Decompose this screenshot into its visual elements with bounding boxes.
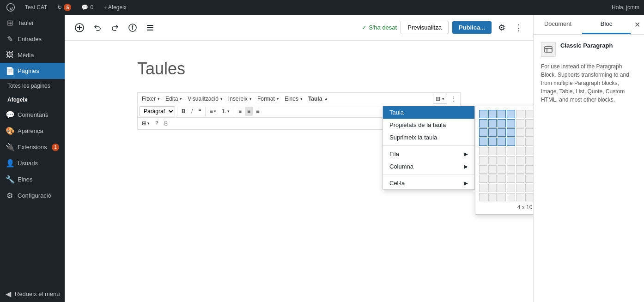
grid-cell[interactable] (507, 175, 515, 183)
grid-cell[interactable] (525, 156, 533, 164)
sidebar-item-users[interactable]: 👤 Usuaris (0, 155, 65, 171)
menu-eines[interactable]: Eines▾ (282, 94, 305, 103)
grid-cell[interactable] (498, 156, 506, 164)
sidebar-item-add-page[interactable]: Afegeix (0, 93, 65, 107)
new-item[interactable]: + Afegeix (102, 0, 128, 15)
menu-format[interactable]: Format▾ (255, 94, 281, 103)
wp-logo[interactable] (5, 0, 17, 15)
grid-cell[interactable] (498, 184, 506, 192)
grid-cell[interactable] (525, 128, 533, 137)
grid-cell[interactable] (488, 147, 497, 155)
grid-cell[interactable] (479, 138, 487, 146)
grid-cell[interactable] (516, 119, 524, 127)
grid-cell[interactable] (507, 110, 515, 118)
grid-cell[interactable] (525, 147, 533, 155)
menu-visualitzacio[interactable]: Visualització▾ (185, 94, 225, 103)
grid-cell[interactable] (479, 193, 487, 201)
grid-cell[interactable] (479, 156, 487, 164)
italic-button[interactable]: I (189, 107, 195, 116)
grid-cell[interactable] (507, 184, 515, 192)
grid-cell[interactable] (498, 110, 506, 118)
sidebar-item-media[interactable]: 🖼 Mèdia (0, 47, 65, 63)
table-picker-btn[interactable]: ⊞▾ (433, 94, 447, 104)
preview-button[interactable]: Previsualitza (401, 21, 449, 34)
grid-cell[interactable] (507, 156, 515, 164)
paragraph-select[interactable]: Paràgraf (140, 106, 175, 116)
grid-cell[interactable] (516, 110, 524, 118)
grid-cell[interactable] (525, 193, 533, 201)
dropdown-suprimeix[interactable]: Suprimeix la taula (383, 131, 474, 144)
sidebar-item-comments[interactable]: 💬 Comentaris (0, 107, 65, 123)
classic-more-btn[interactable]: ⋮ (448, 94, 458, 103)
grid-cell[interactable] (516, 147, 524, 155)
sidebar-item-tools[interactable]: 🔧 Eines (0, 171, 65, 187)
grid-cell[interactable] (516, 184, 524, 192)
grid-cell[interactable] (488, 138, 497, 146)
grid-cell[interactable] (488, 165, 497, 174)
sidebar-item-entries[interactable]: ✎ Entrades (0, 31, 65, 47)
sidebar-item-collapse[interactable]: ◀ Redueix el menú (0, 286, 65, 302)
grid-cell[interactable] (488, 119, 497, 127)
grid-cell[interactable] (479, 175, 487, 183)
grid-cell[interactable] (479, 128, 487, 137)
grid-cell[interactable] (516, 165, 524, 174)
grid-cell[interactable] (525, 175, 533, 183)
align-left-button[interactable]: ≡ (236, 107, 244, 116)
undo-button[interactable] (91, 21, 104, 35)
numberedlist-button[interactable]: 1. ▾ (219, 107, 232, 116)
more-options-button[interactable]: ⋮ (512, 20, 526, 36)
menu-taula[interactable]: Taula▲ (306, 94, 330, 103)
grid-cell[interactable] (507, 128, 515, 137)
embed-button[interactable]: ⎘ (162, 119, 170, 128)
dropdown-columna[interactable]: Columna ▶ (383, 160, 474, 173)
grid-cell[interactable] (488, 156, 497, 164)
sidebar-item-dashboard[interactable]: ⊞ Tauler (0, 15, 65, 31)
grid-cell[interactable] (516, 175, 524, 183)
grid-cell[interactable] (488, 184, 497, 192)
dropdown-cela[interactable]: Cel·la ▶ (383, 177, 474, 189)
menu-insereix[interactable]: Insereix▾ (226, 94, 254, 103)
grid-cell[interactable] (507, 119, 515, 127)
add-block-button[interactable] (72, 20, 87, 35)
grid-cell[interactable] (498, 193, 506, 201)
bold-button[interactable]: B (179, 107, 188, 116)
publish-button[interactable]: Publica... (452, 21, 492, 34)
align-center-button[interactable]: ≡ (245, 107, 253, 116)
grid-cell[interactable] (507, 138, 515, 146)
grid-cell[interactable] (525, 165, 533, 174)
redo-button[interactable] (108, 21, 122, 35)
grid-cell[interactable] (498, 128, 506, 137)
site-name[interactable]: Test CAT (23, 0, 49, 15)
grid-cell[interactable] (525, 138, 533, 146)
grid-cell[interactable] (516, 193, 524, 201)
dropdown-fila[interactable]: Fila ▶ (383, 148, 474, 160)
grid-cell[interactable] (516, 156, 524, 164)
dropdown-taula[interactable]: Taula (383, 106, 474, 119)
grid-cell[interactable] (516, 138, 524, 146)
grid-cell[interactable] (479, 110, 487, 118)
grid-cell[interactable] (488, 193, 497, 201)
list-view-button[interactable] (143, 21, 157, 35)
tab-document[interactable]: Document (534, 15, 582, 34)
grid-cell[interactable] (498, 138, 506, 146)
grid-cell[interactable] (525, 110, 533, 118)
close-panel-button[interactable]: ✕ (631, 17, 644, 33)
menu-fitxer[interactable]: Fitxer▾ (140, 94, 162, 103)
grid-cell[interactable] (479, 184, 487, 192)
grid-cell[interactable] (479, 119, 487, 127)
grid-cell[interactable] (498, 165, 506, 174)
grid-cell[interactable] (488, 175, 497, 183)
grid-cell[interactable] (488, 110, 497, 118)
grid-cell[interactable] (498, 147, 506, 155)
sidebar-item-appearance[interactable]: 🎨 Aparença (0, 123, 65, 139)
grid-cell[interactable] (525, 119, 533, 127)
menu-edita[interactable]: Edita▾ (163, 94, 184, 103)
grid-cell[interactable] (498, 119, 506, 127)
list-button[interactable]: ≡ ▾ (207, 107, 219, 116)
updates-count[interactable]: ↻ 5 (55, 0, 73, 15)
sidebar-item-plugins[interactable]: 🔌 Extensions 1 (0, 139, 65, 155)
sidebar-item-all-pages[interactable]: Totes les pàgines (0, 79, 65, 93)
settings-button[interactable]: ⚙ (495, 20, 508, 36)
grid-cell[interactable] (479, 165, 487, 174)
grid-cell[interactable] (479, 147, 487, 155)
